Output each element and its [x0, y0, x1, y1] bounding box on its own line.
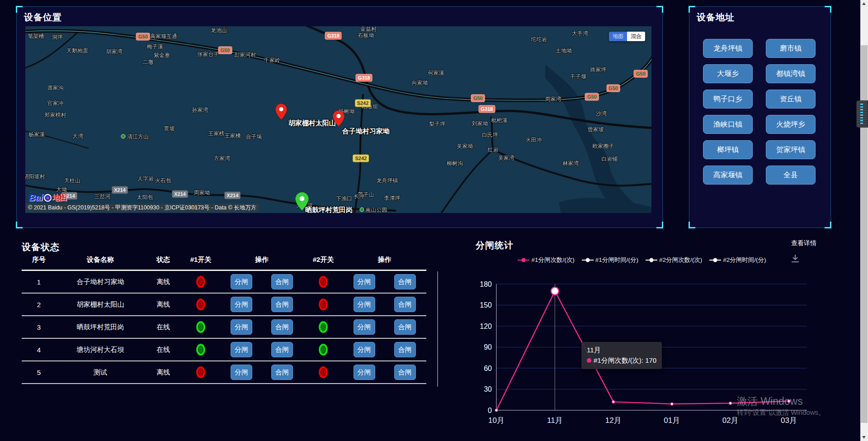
map-place-label: 吴家湾: [498, 154, 514, 162]
address-button[interactable]: 都镇湾镇: [766, 64, 816, 83]
map-place-label: 人字岩: [137, 175, 154, 183]
open-switch-button[interactable]: 分闸: [231, 274, 252, 289]
baidu-map[interactable]: 笔架槽洞坪天鹅抱蛋胡家湾高家堰互通梅子溪紫金寨二墩龙池山张家台子彭家河村千家岭金…: [25, 26, 651, 213]
switch1-cell: [182, 321, 220, 333]
address-button[interactable]: 磨市镇: [766, 39, 816, 58]
device-name: 合子坳村习家坳: [56, 278, 145, 286]
road-shield: G318: [325, 32, 342, 40]
address-button[interactable]: 高家堰镇: [703, 166, 753, 185]
open-switch-button[interactable]: 分闸: [354, 342, 375, 357]
map-place-label: 周家坳: [194, 189, 210, 196]
legend-line-icon: [709, 258, 721, 262]
switch2-indicator: [319, 321, 328, 333]
row-index: 1: [22, 278, 56, 286]
map-place-label: 梅子溪: [147, 43, 163, 51]
legend-label: #1分闸时间/(分): [595, 256, 638, 264]
address-button[interactable]: 资丘镇: [766, 90, 816, 109]
close-switch-button[interactable]: 合闸: [271, 274, 293, 289]
browser-scrollbar[interactable]: [860, 0, 868, 441]
device-address-panel: 设备地址 龙舟坪镇磨市镇大堰乡都镇湾镇鸭子口乡资丘镇渔峡口镇火烧坪乡榔坪镇贺家坪…: [689, 6, 831, 228]
table-row: 2胡家棚村太阳山离线分闸合闸分闸合闸: [22, 294, 426, 316]
map-place-label: 大手湾: [572, 30, 588, 38]
map-place-label: 龙池山: [211, 27, 227, 34]
switch1-indicator: [196, 299, 205, 310]
map-place-label: 南山公园: [360, 206, 387, 213]
map-place-label: 干子堰: [570, 72, 586, 80]
map-place-label: 大湾: [72, 132, 83, 140]
device-name: 胡家棚村太阳山: [56, 300, 145, 309]
open-switch-button[interactable]: 分闸: [231, 297, 252, 312]
scroll-up-icon[interactable]: [862, 2, 866, 5]
map-type-map-button[interactable]: 地图: [609, 32, 627, 41]
address-button[interactable]: 龙舟坪镇: [703, 39, 753, 58]
switch1-actions: 分闸合闸: [220, 319, 304, 335]
legend-item[interactable]: #2分闸时间/(分): [709, 256, 766, 264]
open-switch-button[interactable]: 分闸: [231, 342, 252, 357]
switch2-actions: 分闸合闸: [343, 274, 426, 289]
floating-side-widget[interactable]: [856, 100, 868, 128]
legend-line-icon: [518, 258, 529, 262]
address-button[interactable]: 贺家坪镇: [766, 140, 816, 159]
column-header: 操作: [343, 256, 426, 264]
open-switch-button[interactable]: 分闸: [354, 319, 375, 335]
legend-item[interactable]: #2分闸次数/(次): [646, 256, 702, 264]
map-place-label: 郑家榜村: [44, 111, 66, 119]
close-switch-button[interactable]: 合闸: [271, 319, 293, 335]
close-switch-button[interactable]: 合闸: [271, 342, 293, 357]
map-marker[interactable]: [275, 104, 287, 122]
close-switch-button[interactable]: 合闸: [394, 297, 416, 312]
open-switch-button[interactable]: 分闸: [231, 319, 252, 335]
svg-text:30: 30: [484, 385, 492, 393]
close-switch-button[interactable]: 合闸: [271, 365, 293, 380]
close-switch-button[interactable]: 合闸: [394, 365, 416, 380]
road-shield: G50: [606, 85, 620, 92]
address-button[interactable]: 鸭子口乡: [703, 90, 753, 109]
address-button[interactable]: 火烧坪乡: [766, 115, 816, 134]
open-switch-button[interactable]: 分闸: [354, 297, 375, 312]
open-switch-button[interactable]: 分闸: [354, 274, 375, 289]
map-place-label: 天鹅抱蛋: [66, 47, 88, 55]
map-place-label: 紫金寨: [154, 52, 170, 59]
map-marker-label: 胡家棚村太阳山: [288, 119, 336, 127]
close-switch-button[interactable]: 合闸: [394, 319, 416, 335]
map-place-label: 柳树沟: [447, 160, 463, 167]
map-place-label: 欧家圈子: [592, 142, 614, 150]
device-status: 在线: [145, 323, 182, 332]
device-name: 测试: [56, 368, 145, 377]
map-place-label: 刘家坳: [472, 120, 488, 128]
switch2-actions: 分闸合闸: [343, 342, 426, 357]
address-button[interactable]: 大堰乡: [703, 64, 753, 83]
legend-line-icon: [646, 258, 657, 262]
map-marker[interactable]: [333, 110, 344, 128]
map-place-label: 王家榜: [208, 130, 224, 138]
map-type-hybrid-button[interactable]: 混合: [627, 32, 645, 41]
address-button[interactable]: 全县: [766, 166, 816, 185]
baidu-logo-text: Bai: [29, 193, 43, 203]
road-shield: G50: [218, 46, 232, 54]
windows-activation-watermark: 激活 Windows: [737, 394, 803, 408]
open-switch-button[interactable]: 分闸: [231, 365, 252, 380]
table-scrollbar[interactable]: [437, 271, 438, 387]
address-button[interactable]: 榔坪镇: [703, 140, 753, 159]
address-button[interactable]: 渔峡口镇: [703, 115, 753, 134]
switch2-indicator: [319, 299, 328, 310]
device-name: 塘坊河村大石坝: [56, 346, 145, 354]
legend-label: #2分闸时间/(分): [723, 256, 766, 264]
map-place-label: 官家冲: [47, 100, 63, 107]
legend-item[interactable]: #1分闸时间/(分): [582, 256, 638, 264]
map-place-label: 胡家湾: [106, 48, 123, 56]
close-switch-button[interactable]: 合闸: [394, 342, 416, 357]
map-place-label: 高家堰互通: [150, 32, 177, 40]
map-place-label: 清江方山: [121, 133, 149, 141]
legend-item[interactable]: #1分闸次数/(次): [518, 256, 574, 264]
device-status: 离线: [145, 300, 182, 309]
road-shield: G318: [356, 74, 373, 81]
view-details-link[interactable]: 查看详情: [791, 239, 816, 247]
close-switch-button[interactable]: 合闸: [394, 274, 416, 289]
switch2-cell: [304, 276, 343, 288]
close-switch-button[interactable]: 合闸: [271, 297, 293, 312]
scroll-down-icon[interactable]: [862, 436, 866, 439]
device-location-title: 设备位置: [24, 11, 62, 24]
open-switch-button[interactable]: 分闸: [354, 365, 375, 380]
legend-label: #2分闸次数/(次): [659, 256, 702, 264]
